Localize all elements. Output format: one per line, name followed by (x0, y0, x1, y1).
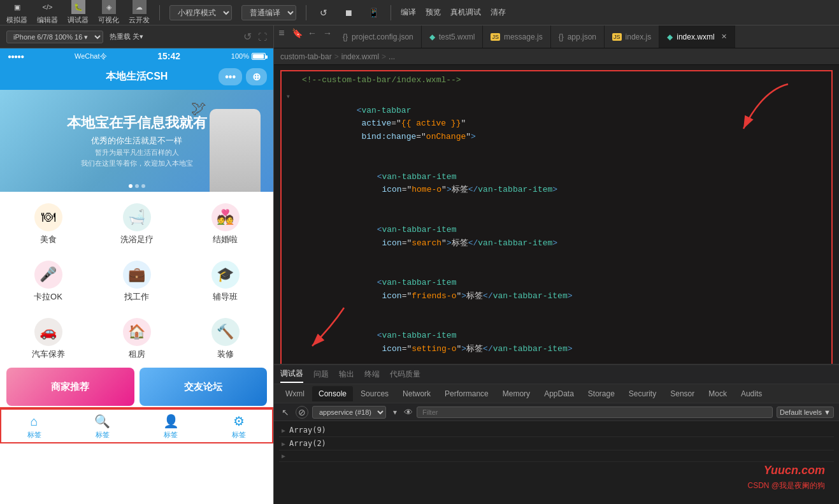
devtools-tab-sources[interactable]: Sources (354, 386, 395, 401)
bc-path1[interactable]: custom-tab-bar (280, 52, 332, 61)
code-line-5: <van-tabbar-item icon="search">标签</van-t… (282, 210, 831, 263)
time-display: 15:42 (157, 51, 180, 61)
real-debug-btn[interactable]: 真机调试 (450, 7, 481, 18)
tab-index-js[interactable]: JS index.js (605, 25, 659, 48)
grid-section-1: 🍽 美食 🛁 洗浴足疗 💑 结婚啦 🎤 卡拉OK 💼 找工作 (0, 192, 273, 368)
stop-btn[interactable]: ⏹ (341, 5, 356, 20)
sidebar-toggle-btn[interactable]: ≡ (274, 25, 289, 41)
debug-label: 调试器 (68, 15, 89, 25)
compile-mode-select[interactable]: 普通编译 (241, 5, 296, 20)
devtools-tab-console[interactable]: Console (312, 386, 353, 401)
dot-3[interactable] (141, 184, 145, 188)
editor-panel: ≡ 🔖 ← → {} project.config.json ◆ test5.w… (274, 25, 839, 504)
social-banner[interactable]: 交友论坛 (140, 368, 268, 406)
compile-btn[interactable]: 编译 (401, 7, 416, 18)
editor-btn[interactable]: </> 编辑器 (37, 0, 58, 25)
grid-item-karaoke[interactable]: 🎤 卡拉OK (6, 256, 90, 308)
job-icon: 💼 (123, 261, 151, 289)
clear-save-btn[interactable]: 清存 (491, 7, 506, 18)
code-line-6: <van-tabbar-item icon="friends-o">标签</va… (282, 263, 831, 316)
close-tab-btn[interactable]: ✕ (721, 32, 727, 41)
grid-item-food[interactable]: 🍽 美食 (6, 198, 90, 250)
grid-item-bath[interactable]: 🛁 洗浴足疗 (95, 198, 178, 250)
devtools-tab-wxml[interactable]: Wxml (279, 386, 311, 401)
devtools-tab-mock[interactable]: Mock (702, 386, 733, 401)
debug-tab-issues[interactable]: 问题 (313, 366, 329, 382)
debug-btn[interactable]: 🐛 调试器 (68, 0, 89, 25)
debug-tab-debugger[interactable]: 调试器 (280, 366, 303, 383)
banner-dots (129, 184, 145, 188)
simulator-icon: ▣ (10, 0, 24, 14)
tab-test5[interactable]: ◆ test5.wxml (422, 25, 484, 48)
tab-item-4[interactable]: ⚙ 标签 (205, 410, 273, 443)
grid-item-tutor[interactable]: 🎓 辅导班 (183, 256, 267, 308)
bath-icon: 🛁 (123, 203, 151, 231)
preview-btn[interactable]: 预览 (426, 7, 441, 18)
network-label: WeChat令 (75, 52, 107, 61)
phone-tab-bar: ⌂ 标签 🔍 标签 👤 标签 ⚙ 标签 (0, 408, 273, 443)
eye-btn[interactable]: 👁 (404, 407, 413, 417)
tab-icon-1: ⌂ (31, 414, 38, 429)
console-entry-2[interactable]: ▶ Array(2) (279, 437, 834, 450)
debug-tab-output[interactable]: 输出 (339, 366, 354, 382)
console-cursor-btn[interactable]: ↖ (279, 406, 292, 419)
grid-item-rent[interactable]: 🏠 租房 (95, 313, 178, 365)
nav-extra: ••• ⊕ (219, 68, 267, 85)
debug-tab-terminal[interactable]: 终端 (364, 366, 380, 382)
hot-reload-btn[interactable]: 热重载 关▾ (110, 32, 143, 41)
console-entry-1[interactable]: ▶ Array(9) (279, 424, 834, 437)
device-btn[interactable]: 📱 (366, 5, 381, 20)
nav-more-btn[interactable]: ••• (219, 68, 242, 85)
devtools-tab-sensor[interactable]: Sensor (664, 386, 701, 401)
refresh-btn[interactable]: ↺ (316, 5, 331, 20)
grid-item-wedding[interactable]: 💑 结婚啦 (183, 198, 267, 250)
merchant-banner[interactable]: 商家推荐 (6, 368, 134, 406)
tab-index-wxml[interactable]: ◆ index.wxml ✕ (659, 25, 735, 48)
grid-item-job[interactable]: 💼 找工作 (95, 256, 178, 308)
banner-text: 本地宝在手信息我就有 优秀的你生活就是不一样 暂升为最平凡生活百样的人 我们在这… (67, 113, 207, 168)
code-editor-area[interactable]: <!--custom-tab-bar/index.wxml--> ▾ <van-… (274, 65, 839, 364)
phone-toolbar: iPhone 6/7/8 100% 16 ▾ 热重载 关▾ ↺ ⛶ (0, 25, 273, 48)
tab-item-3[interactable]: 👤 标签 (137, 410, 205, 443)
simulator-label: 模拟器 (6, 15, 27, 25)
devtools-tab-security[interactable]: Security (622, 386, 663, 401)
service-worker-select[interactable]: appservice (#18) (312, 406, 386, 419)
tab-app-json[interactable]: {} app.json (551, 25, 605, 48)
fullscreen-btn[interactable]: ⛶ (258, 32, 267, 42)
wedding-label: 结婚啦 (213, 234, 238, 245)
grid-item-car[interactable]: 🚗 汽车保养 (6, 313, 90, 365)
tab-project-config[interactable]: {} project.config.json (335, 25, 422, 48)
bookmark-btn[interactable]: 🔖 (289, 25, 305, 41)
forward-btn[interactable]: → (320, 25, 335, 41)
devtools-tab-storage[interactable]: Storage (582, 386, 621, 401)
phone-status-bar: ●●●●● WeChat令 15:42 100% (0, 48, 273, 64)
tab-label-index-wxml: index.wxml (677, 32, 714, 41)
back-btn[interactable]: ← (305, 25, 320, 41)
devtools-tab-memory[interactable]: Memory (496, 386, 536, 401)
cloud-btn[interactable]: ☁ 云开发 (129, 0, 150, 25)
banner-area[interactable]: 本地宝在手信息我就有 优秀的你生活就是不一样 暂升为最平凡生活百样的人 我们在这… (0, 90, 273, 192)
devtools-tab-network[interactable]: Network (396, 386, 437, 401)
phone-model-select[interactable]: iPhone 6/7/8 100% 16 ▾ (6, 31, 103, 43)
console-filter-input[interactable] (417, 407, 773, 418)
tab-item-2[interactable]: 🔍 标签 (68, 410, 136, 443)
dot-1[interactable] (129, 184, 133, 188)
mini-app-mode-select[interactable]: 小程序模式 (169, 5, 232, 20)
visual-btn[interactable]: ◈ 可视化 (98, 0, 119, 25)
tab-item-1[interactable]: ⌂ 标签 (0, 410, 68, 443)
devtools-tab-audits[interactable]: Audits (735, 386, 768, 401)
nav-search-btn[interactable]: ⊕ (246, 68, 267, 85)
simulator-btn[interactable]: ▣ 模拟器 (6, 0, 27, 25)
bc-path2[interactable]: index.wxml (341, 52, 379, 61)
debug-tab-quality[interactable]: 代码质量 (390, 366, 420, 382)
tab-message[interactable]: JS message.js (483, 25, 550, 48)
console-entry-3[interactable]: ▶ (279, 450, 834, 462)
devtools-tab-appdata[interactable]: AppData (538, 386, 580, 401)
dot-2[interactable] (135, 184, 139, 188)
console-dropdown-btn[interactable]: ▾ (390, 408, 400, 417)
devtools-tab-performance[interactable]: Performance (438, 386, 495, 401)
rotate-btn[interactable]: ↺ (243, 31, 252, 43)
console-block-btn[interactable]: ⊘ (296, 406, 308, 419)
level-select[interactable]: Default levels ▼ (777, 407, 834, 418)
grid-item-decor[interactable]: 🔨 装修 (183, 313, 267, 365)
